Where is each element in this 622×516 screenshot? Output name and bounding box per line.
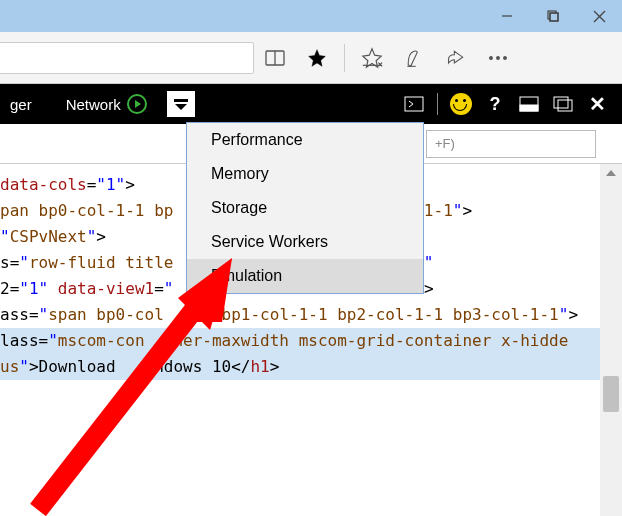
web-notes-icon[interactable] [393,32,435,84]
svg-rect-15 [405,97,423,111]
vertical-scrollbar[interactable] [600,164,622,516]
devtools-tab-network[interactable]: Network [42,94,161,114]
menu-item-storage[interactable]: Storage [187,191,423,225]
browser-toolbar [0,32,622,84]
svg-rect-18 [554,97,568,108]
menu-item-performance[interactable]: Performance [187,123,423,157]
devtools-tab-bar: ger Network ? ✕ [0,84,622,124]
svg-point-13 [497,56,500,59]
dock-bottom-icon[interactable] [518,93,540,115]
devtools-tab-debugger-partial[interactable]: ger [0,84,42,124]
favorite-star-icon[interactable] [296,32,338,84]
menu-item-emulation[interactable]: Emulation [187,259,423,293]
scroll-up-arrow-icon[interactable] [606,170,616,176]
share-icon[interactable] [435,32,477,84]
code-line[interactable]: ass="span bp0-col bp1-col-1-1 bp2-col-1-… [0,302,622,328]
close-devtools-icon[interactable]: ✕ [586,93,608,115]
menu-item-service-workers[interactable]: Service Workers [187,225,423,259]
svg-point-14 [504,56,507,59]
devtools-overflow-menu: PerformanceMemoryStorageService WorkersE… [186,122,424,294]
undock-icon[interactable] [552,93,574,115]
svg-rect-19 [558,100,572,111]
window-titlebar [0,0,622,32]
close-window-button[interactable] [576,0,622,32]
toolbar-separator [344,44,345,72]
help-icon[interactable]: ? [484,93,506,115]
network-record-icon [127,94,147,114]
code-line[interactable]: us">Download ndows 10</h1> [0,354,622,380]
svg-rect-2 [550,13,558,21]
feedback-smiley-icon[interactable] [450,93,472,115]
svg-rect-17 [520,105,538,111]
menu-item-memory[interactable]: Memory [187,157,423,191]
scrollbar-thumb[interactable] [603,376,619,412]
reading-view-icon[interactable] [254,32,296,84]
address-bar[interactable] [0,42,254,74]
svg-point-12 [490,56,493,59]
minimize-button[interactable] [484,0,530,32]
maximize-button[interactable] [530,0,576,32]
separator [437,93,438,115]
network-tab-label: Network [66,96,121,113]
favorites-hub-icon[interactable] [351,32,393,84]
more-icon[interactable] [477,32,519,84]
console-toggle-icon[interactable] [403,93,425,115]
search-placeholder: +F) [435,136,455,151]
code-line[interactable]: lass="mscom-con ner-maxwidth mscom-grid-… [0,328,622,354]
search-input[interactable]: +F) [426,130,596,158]
devtools-overflow-dropdown-button[interactable] [167,91,195,117]
